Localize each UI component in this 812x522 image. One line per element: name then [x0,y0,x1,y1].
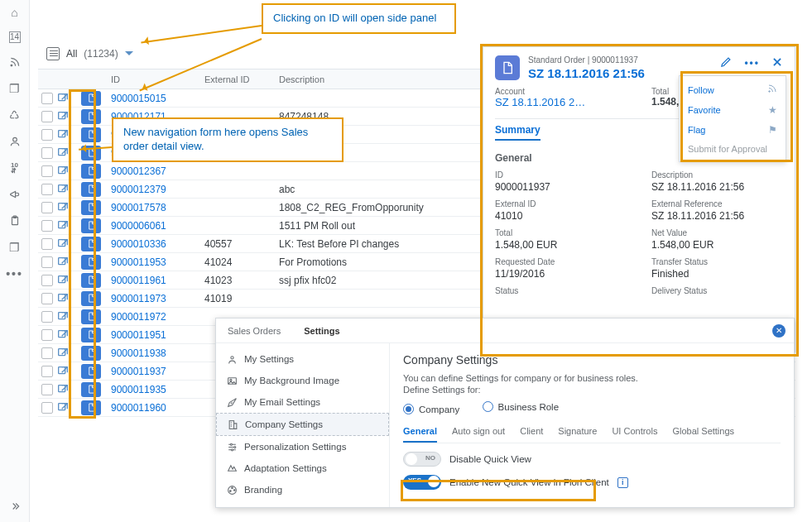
open-detail-icon[interactable] [56,92,81,105]
calendar-icon[interactable]: 14 [9,31,21,43]
info-icon[interactable]: i [617,477,628,488]
open-detail-icon[interactable] [56,219,81,232]
radio-company[interactable]: Company [403,404,459,414]
open-detail-icon[interactable] [56,347,81,360]
settings-nav-company-settings[interactable]: Company Settings [216,413,389,436]
ranking-icon[interactable]: 10⇵ [7,160,22,175]
rss-icon [767,84,777,96]
open-detail-icon[interactable] [56,237,81,251]
row-checkbox[interactable] [41,366,53,377]
row-checkbox[interactable] [41,275,53,286]
id-link[interactable]: 9000011960 [111,402,166,414]
row-checkbox[interactable] [41,256,53,268]
open-detail-icon[interactable] [56,383,81,396]
doc-badge-icon [81,182,101,197]
open-detail-icon[interactable] [56,110,81,123]
close-icon[interactable] [771,56,783,70]
id-link[interactable]: 9000012367 [111,165,166,177]
breadcrumb-settings: Settings [292,326,351,336]
left-nav-rail: ⌂ 14 ❐ ♺ 10⇵ ❐ ••• [0,0,30,522]
expand-rail-icon[interactable] [7,499,22,514]
id-link[interactable]: 9000011935 [111,384,166,395]
tab-summary[interactable]: Summary [495,124,541,141]
settings-nav-my-settings[interactable]: My Settings [216,348,389,370]
breadcrumb-sales-orders[interactable]: Sales Orders [216,326,292,336]
row-checkbox[interactable] [41,220,53,232]
id-link[interactable]: 9000015015 [111,93,166,104]
id-link[interactable]: 9000017578 [111,202,166,213]
open-detail-icon[interactable] [56,183,81,196]
radio-business-role[interactable]: Business Role [483,401,560,412]
row-checkbox[interactable] [41,129,53,141]
row-checkbox[interactable] [41,184,53,195]
clone-icon[interactable]: ❐ [7,81,22,96]
id-link[interactable]: 9000012379 [111,184,166,195]
settings-nav-branding[interactable]: Branding [216,479,389,500]
subtab-signature[interactable]: Signature [558,426,597,443]
row-checkbox[interactable] [41,147,53,159]
open-detail-icon[interactable] [56,365,81,378]
id-link[interactable]: 9000011937 [111,366,166,377]
dialog-header: Sales Orders Settings ✕ [216,318,794,343]
row-checkbox[interactable] [41,238,53,250]
subtab-client[interactable]: Client [520,426,543,443]
menu-favorite[interactable]: Favorite★ [680,100,786,120]
row-checkbox[interactable] [41,384,53,395]
row-checkbox[interactable] [41,311,53,323]
col-external-id[interactable]: External ID [204,74,279,84]
subtab-global-settings[interactable]: Global Settings [672,426,734,443]
id-link[interactable]: 9000011973 [111,293,166,304]
menu-follow[interactable]: Follow [680,79,786,100]
settings-dialog: Sales Orders Settings ✕ My Settings My B… [215,318,795,508]
open-detail-icon[interactable] [56,274,81,287]
clone2-icon[interactable]: ❐ [7,240,22,255]
row-checkbox[interactable] [41,165,53,177]
row-checkbox[interactable] [41,402,53,414]
toggle-disable-quickview[interactable]: NO [403,452,441,467]
id-link[interactable]: 9000010336 [111,238,166,250]
open-detail-icon[interactable] [56,310,81,323]
open-detail-icon[interactable] [56,128,81,141]
subtab-general[interactable]: General [403,426,437,443]
megaphone-icon[interactable] [7,187,22,202]
feed-icon[interactable] [7,55,22,69]
settings-nav-my-background[interactable]: My Background Image [216,370,389,391]
subtab-auto-sign-out[interactable]: Auto sign out [452,426,505,443]
toggle-enable-quickview[interactable]: YES [403,475,441,490]
settings-nav-adaptation[interactable]: Adaptation Settings [216,457,389,479]
person-icon[interactable] [7,134,22,149]
row-checkbox[interactable] [41,347,53,359]
settings-nav-my-email[interactable]: My Email Settings [216,391,389,413]
menu-flag[interactable]: Flag⚑ [680,120,786,140]
more-actions-icon[interactable]: ••• [744,57,760,69]
doc-badge-icon [81,382,101,397]
subtab-ui-controls[interactable]: UI Controls [612,426,657,443]
row-checkbox[interactable] [41,293,53,304]
row-checkbox[interactable] [41,329,53,341]
open-detail-icon[interactable] [56,256,81,269]
open-detail-icon[interactable] [56,165,81,178]
settings-nav-personalization[interactable]: Personalization Settings [216,436,389,457]
dialog-close-icon[interactable]: ✕ [772,324,786,338]
overflow-icon[interactable]: ••• [7,266,22,281]
open-detail-icon[interactable] [56,292,81,305]
row-checkbox[interactable] [41,202,53,213]
edit-icon[interactable] [720,55,733,70]
id-link[interactable]: 9000011951 [111,329,166,341]
id-link[interactable]: 9000011953 [111,256,166,268]
account-label: Account [495,87,627,96]
clipboard-icon[interactable] [7,213,22,228]
view-selector[interactable]: All (11234) [46,47,133,60]
row-checkbox[interactable] [41,111,53,122]
account-value[interactable]: SZ 18.11.2016 2… [495,96,627,108]
recycle-icon[interactable]: ♺ [7,108,22,122]
id-link[interactable]: 9000006061 [111,220,166,232]
open-detail-icon[interactable] [56,401,81,414]
row-checkbox[interactable] [41,93,53,104]
id-link[interactable]: 9000011938 [111,347,166,359]
home-icon[interactable]: ⌂ [7,5,22,20]
id-link[interactable]: 9000011961 [111,275,166,286]
open-detail-icon[interactable] [56,201,81,214]
id-link[interactable]: 9000011972 [111,311,166,323]
open-detail-icon[interactable] [56,328,81,342]
